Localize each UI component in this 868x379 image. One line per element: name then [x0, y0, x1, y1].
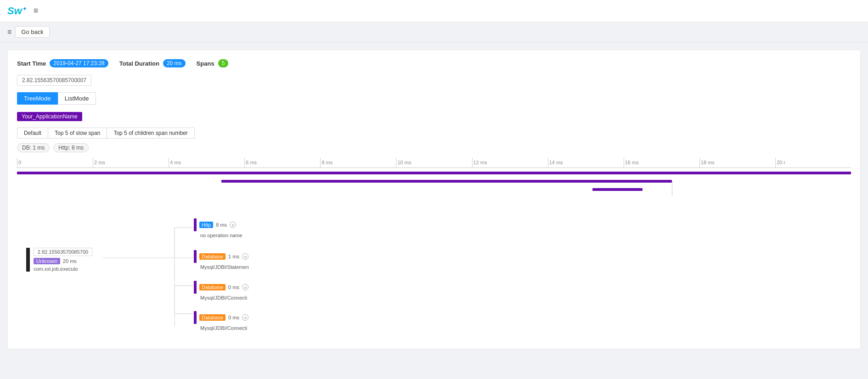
go-back-button[interactable]: Go back [15, 26, 49, 38]
child-0-bar [194, 218, 197, 231]
total-duration-label: Total Duration [119, 60, 159, 67]
main-span-bar-row [17, 170, 851, 176]
child-3-operation: Mysql/JDBI/Connecti [194, 325, 248, 331]
total-duration-item: Total Duration 20 ms [119, 59, 186, 67]
child-3-header: Database 0 ms ○ [194, 311, 248, 324]
root-type: Unknown [34, 258, 60, 264]
db-badge: DB: 1 ms [17, 143, 50, 152]
timeline-ruler: 02 ms4 ms6 ms8 ms10 ms12 ms14 ms16 ms18 … [17, 158, 851, 168]
hamburger-icon[interactable]: ≡ [7, 28, 11, 36]
child-2-bar [194, 281, 197, 294]
child-1-expand[interactable]: ○ [242, 253, 248, 260]
root-badge-row: Unknown 20 ms [34, 258, 92, 264]
root-id: 2.82.15563570085700 [34, 248, 92, 256]
filter-tab-default[interactable]: Default [17, 128, 48, 139]
second-span-bar-row [17, 178, 851, 184]
mode-buttons: TreeMode ListMode [17, 92, 851, 105]
root-info: 2.82.15563570085700 Unknown 20 ms com.xx… [34, 248, 92, 272]
app-name-badge: Your_ApplicationName [17, 112, 82, 121]
child-node-3: Database 0 ms ○ Mysql/JDBI/Connecti [194, 311, 248, 331]
ruler-tick: 16 ms [624, 158, 699, 167]
ruler-tick: 18 ms [699, 158, 775, 167]
start-time-value: 2019-04-27 17:23:28 [50, 59, 108, 67]
child-0-expand[interactable]: ○ [230, 222, 236, 228]
span-bar-right [592, 188, 643, 191]
root-node: 2.82.15563570085700 Unknown 20 ms com.xx… [26, 248, 92, 272]
child-1-bar [194, 250, 197, 263]
type-badges: DB: 1 ms Http: 8 ms [17, 143, 851, 152]
spans-label: Spans [197, 60, 214, 67]
spans-item: Spans 5 [197, 59, 229, 67]
child-3-duration: 0 ms [228, 315, 239, 320]
ruler-tick: 8 ms [320, 158, 396, 167]
child-node-2: Database 0 ms ○ Mysql/JDBI/Connecti [194, 281, 248, 301]
child-2-operation: Mysql/JDBI/Connecti [194, 295, 248, 301]
trace-card: Start Time 2019-04-27 17:23:28 Total Dur… [7, 50, 861, 349]
child-3-expand[interactable]: ○ [242, 314, 248, 321]
tree-area: 2.82.15563570085700 Unknown 20 ms com.xx… [17, 202, 851, 340]
child-node-0: Http 8 ms ○ no operation name [194, 218, 242, 238]
filter-tab-slow[interactable]: Top 5 of slow span [48, 128, 107, 139]
child-node-1: Database 1 ms ○ Mysql/JDBI/Statemen [194, 250, 249, 270]
child-1-operation: Mysql/JDBI/Statemen [194, 264, 249, 270]
child-1-header: Database 1 ms ○ [194, 250, 249, 263]
child-2-expand[interactable]: ○ [242, 284, 248, 290]
ruler-tick: 6 ms [244, 158, 320, 167]
child-2-header: Database 0 ms ○ [194, 281, 248, 294]
logo: Sw✦ [7, 5, 26, 17]
http-badge: Http: 8 ms [53, 143, 89, 152]
start-time-label: Start Time [17, 60, 46, 67]
tree-mode-button[interactable]: TreeMode [17, 92, 58, 105]
child-1-type: Database [199, 253, 225, 260]
third-span-bar-row [17, 186, 851, 193]
subheader: ≡ Go back [0, 22, 868, 42]
ruler-tick: 4 ms [169, 158, 244, 167]
navbar-menu-icon[interactable]: ≡ [34, 6, 39, 16]
ruler-tick: 0 [17, 158, 93, 167]
filter-tabs: Default Top 5 of slow span Top 5 of chil… [17, 128, 851, 139]
ruler-tick: 12 ms [472, 158, 548, 167]
root-duration: 20 ms [63, 258, 77, 264]
ruler-tick: 2 ms [93, 158, 169, 167]
main-content: Start Time 2019-04-27 17:23:28 Total Dur… [0, 42, 868, 357]
root-operation: com.xxl.job.executo [34, 266, 92, 272]
root-bar [26, 248, 30, 272]
ruler-tick: 20 r [775, 158, 851, 167]
child-0-header: Http 8 ms ○ [194, 218, 242, 231]
info-row: Start Time 2019-04-27 17:23:28 Total Dur… [17, 59, 851, 67]
span-bar-mid [221, 180, 672, 183]
navbar: Sw✦ ≡ [0, 0, 868, 22]
filter-tab-children[interactable]: Top 5 of children span number [107, 128, 194, 139]
start-time-item: Start Time 2019-04-27 17:23:28 [17, 59, 108, 67]
child-0-type: Http [199, 222, 213, 228]
spans-count: 5 [218, 59, 229, 67]
child-2-type: Database [199, 284, 225, 290]
ruler-tick: 10 ms [396, 158, 472, 167]
total-duration-value: 20 ms [163, 59, 186, 67]
child-3-bar [194, 311, 197, 324]
span-bar-full [17, 172, 851, 174]
ruler-tick: 14 ms [548, 158, 624, 167]
child-3-type: Database [199, 314, 225, 321]
child-0-duration: 8 ms [216, 222, 227, 228]
child-1-duration: 1 ms [228, 254, 239, 259]
list-mode-button[interactable]: ListMode [58, 92, 96, 105]
dashed-line [672, 182, 672, 195]
child-0-operation: no operation name [194, 233, 242, 238]
trace-id: 2.82.15563570085700007 [17, 75, 91, 86]
child-2-duration: 0 ms [228, 284, 239, 290]
tree-connector-svg [17, 202, 851, 340]
